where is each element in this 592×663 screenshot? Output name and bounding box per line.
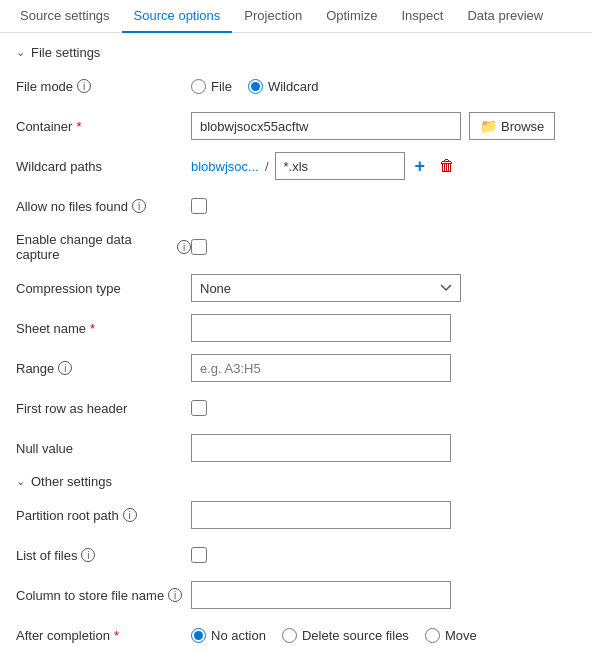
no-action-radio-item[interactable]: No action <box>191 628 266 643</box>
file-mode-label: File mode i <box>16 79 191 94</box>
browse-button[interactable]: 📁 Browse <box>469 112 555 140</box>
wildcard-path-row: blobwjsoc... / + 🗑 <box>191 152 459 180</box>
column-store-controls <box>191 581 576 609</box>
container-controls: 📁 Browse <box>191 112 576 140</box>
sheet-name-required-star: * <box>90 321 95 336</box>
null-value-input[interactable] <box>191 434 451 462</box>
allow-no-files-checkbox[interactable] <box>191 198 207 214</box>
delete-source-radio-item[interactable]: Delete source files <box>282 628 409 643</box>
list-of-files-label: List of files i <box>16 548 191 563</box>
delete-wildcard-button[interactable]: 🗑 <box>435 155 459 177</box>
list-of-files-info-icon[interactable]: i <box>81 548 95 562</box>
partition-root-controls <box>191 501 576 529</box>
range-controls <box>191 354 576 382</box>
file-radio-label: File <box>211 79 232 94</box>
sheet-name-input[interactable] <box>191 314 451 342</box>
container-required-star: * <box>76 119 81 134</box>
column-store-info-icon[interactable]: i <box>168 588 182 602</box>
wildcard-radio-label: Wildcard <box>268 79 319 94</box>
other-settings-label: Other settings <box>31 474 112 489</box>
after-completion-row: After completion * No action Delete sour… <box>16 621 576 649</box>
other-settings-header[interactable]: ⌄ Other settings <box>16 474 576 489</box>
tab-projection[interactable]: Projection <box>232 0 314 33</box>
null-value-controls <box>191 434 576 462</box>
partition-root-label: Partition root path i <box>16 508 191 523</box>
change-capture-controls <box>191 239 576 255</box>
column-store-input[interactable] <box>191 581 451 609</box>
no-action-radio-input[interactable] <box>191 628 206 643</box>
tab-data-preview[interactable]: Data preview <box>455 0 555 33</box>
range-label: Range i <box>16 361 191 376</box>
compression-type-select[interactable]: None gzip bzip2 deflate <box>191 274 461 302</box>
first-row-header-controls <box>191 400 576 416</box>
move-radio-item[interactable]: Move <box>425 628 477 643</box>
file-radio-input[interactable] <box>191 79 206 94</box>
container-input[interactable] <box>191 112 461 140</box>
file-mode-controls: File Wildcard <box>191 79 576 94</box>
range-row: Range i <box>16 354 576 382</box>
folder-icon: 📁 <box>480 118 497 134</box>
delete-source-radio-label: Delete source files <box>302 628 409 643</box>
wildcard-radio-item[interactable]: Wildcard <box>248 79 319 94</box>
first-row-header-row: First row as header <box>16 394 576 422</box>
file-mode-radio-group: File Wildcard <box>191 79 319 94</box>
null-value-row: Null value <box>16 434 576 462</box>
first-row-header-checkbox[interactable] <box>191 400 207 416</box>
after-completion-radio-group: No action Delete source files Move <box>191 628 477 643</box>
range-info-icon[interactable]: i <box>58 361 72 375</box>
move-radio-label: Move <box>445 628 477 643</box>
compression-type-label: Compression type <box>16 281 191 296</box>
change-capture-row: Enable change data capture i <box>16 232 576 262</box>
allow-no-files-controls <box>191 198 576 214</box>
wildcard-radio-input[interactable] <box>248 79 263 94</box>
delete-icon: 🗑 <box>439 157 455 175</box>
file-radio-item[interactable]: File <box>191 79 232 94</box>
file-settings-label: File settings <box>31 45 100 60</box>
allow-no-files-label: Allow no files found i <box>16 199 191 214</box>
column-store-row: Column to store file name i <box>16 581 576 609</box>
change-capture-info-icon[interactable]: i <box>177 240 191 254</box>
container-row: Container * 📁 Browse <box>16 112 576 140</box>
range-input[interactable] <box>191 354 451 382</box>
change-capture-checkbox[interactable] <box>191 239 207 255</box>
sheet-name-label: Sheet name * <box>16 321 191 336</box>
column-store-label: Column to store file name i <box>16 588 191 603</box>
after-completion-label: After completion * <box>16 628 191 643</box>
change-capture-label: Enable change data capture i <box>16 232 191 262</box>
no-action-radio-label: No action <box>211 628 266 643</box>
container-label: Container * <box>16 119 191 134</box>
allow-no-files-info-icon[interactable]: i <box>132 199 146 213</box>
tab-optimize[interactable]: Optimize <box>314 0 389 33</box>
list-of-files-checkbox[interactable] <box>191 547 207 563</box>
wildcard-paths-row: Wildcard paths blobwjsoc... / + 🗑 <box>16 152 576 180</box>
tab-source-settings[interactable]: Source settings <box>8 0 122 33</box>
blob-prefix-link[interactable]: blobwjsoc... <box>191 159 259 174</box>
tab-source-options[interactable]: Source options <box>122 0 233 33</box>
main-content: ⌄ File settings File mode i File Wildcar… <box>0 33 592 663</box>
wildcard-pattern-input[interactable] <box>275 152 405 180</box>
after-completion-required-star: * <box>114 628 119 643</box>
null-value-label: Null value <box>16 441 191 456</box>
partition-root-row: Partition root path i <box>16 501 576 529</box>
move-radio-input[interactable] <box>425 628 440 643</box>
compression-type-controls: None gzip bzip2 deflate <box>191 274 576 302</box>
wildcard-paths-controls: blobwjsoc... / + 🗑 <box>191 152 576 180</box>
other-chevron-down-icon: ⌄ <box>16 475 25 488</box>
delete-source-radio-input[interactable] <box>282 628 297 643</box>
add-wildcard-button[interactable]: + <box>411 154 430 179</box>
plus-icon: + <box>415 156 426 177</box>
sheet-name-controls <box>191 314 576 342</box>
compression-type-row: Compression type None gzip bzip2 deflate <box>16 274 576 302</box>
tab-bar: Source settings Source options Projectio… <box>0 0 592 33</box>
partition-root-info-icon[interactable]: i <box>123 508 137 522</box>
sheet-name-row: Sheet name * <box>16 314 576 342</box>
file-mode-row: File mode i File Wildcard <box>16 72 576 100</box>
list-of-files-row: List of files i <box>16 541 576 569</box>
file-settings-header[interactable]: ⌄ File settings <box>16 45 576 60</box>
partition-root-input[interactable] <box>191 501 451 529</box>
tab-inspect[interactable]: Inspect <box>389 0 455 33</box>
wildcard-paths-label: Wildcard paths <box>16 159 191 174</box>
file-mode-info-icon[interactable]: i <box>77 79 91 93</box>
first-row-header-label: First row as header <box>16 401 191 416</box>
browse-label: Browse <box>501 119 544 134</box>
